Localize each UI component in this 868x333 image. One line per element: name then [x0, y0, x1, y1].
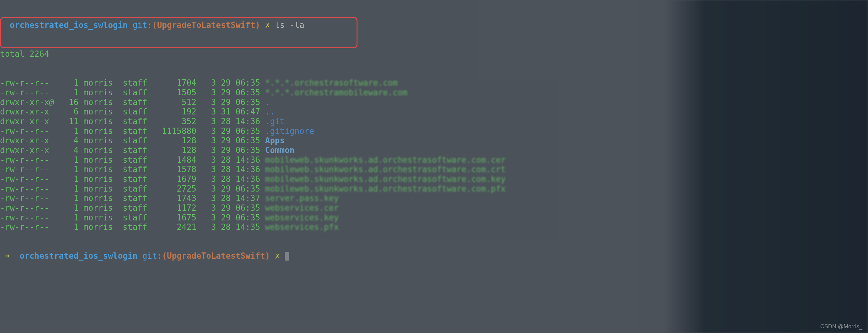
file-name: mobileweb.skunkworks.ad.orchestrasoftwar… — [265, 164, 505, 174]
list-item: drwxr-xr-x 6 morris staff 192 3 31 06:47… — [0, 107, 868, 117]
file-name: webservices.key — [265, 213, 339, 222]
file-name: .gitignore — [265, 126, 314, 136]
file-name: .git — [265, 117, 285, 126]
file-name: server.pass.key — [265, 193, 339, 203]
prompt-dirty-icon-2: ✗ — [275, 251, 280, 261]
prompt-branch: (UpgradeToLatestSwift) — [152, 20, 260, 30]
terminal-output[interactable]: orchestrated_ios_swlogin git:(UpgradeToL… — [0, 0, 868, 271]
file-name: *.*.*.orchestrasoftware.com — [265, 78, 398, 88]
list-item: drwxr-xr-x 11 morris staff 352 3 28 14:3… — [0, 117, 868, 126]
prompt-git-label: git: — [133, 20, 152, 30]
list-item: drwxr-xr-x 4 morris staff 128 3 29 06:35… — [0, 146, 868, 155]
list-item: -rw-r--r-- 1 morris staff 1172 3 29 06:3… — [0, 203, 868, 213]
prompt-dir: orchestrated_ios_swlogin — [10, 20, 128, 30]
prompt-git-label-2: git: — [143, 251, 162, 261]
list-item: -rw-r--r-- 1 morris staff 1484 3 28 14:3… — [0, 155, 868, 165]
list-item: -rw-r--r-- 1 morris staff 1115880 3 29 0… — [0, 126, 868, 136]
file-name: mobileweb.skunkworks.ad.orchestrasoftwar… — [265, 174, 505, 184]
file-name: mobileweb.skunkworks.ad.orchestrasoftwar… — [265, 184, 505, 193]
file-name: *.*.*.orchestramobileware.com — [265, 88, 407, 97]
prompt-dir-2: orchestrated_ios_swlogin — [20, 251, 138, 261]
prompt-dirty-icon: ✗ — [265, 20, 270, 30]
list-item: -rw-r--r-- 1 morris staff 1704 3 29 06:3… — [0, 78, 868, 88]
list-item: -rw-r--r-- 1 morris staff 1505 3 29 06:3… — [0, 88, 868, 97]
watermark-text: CSDN @Morris_ — [820, 323, 862, 330]
file-name: Common — [265, 146, 294, 155]
list-item: -rw-r--r-- 1 morris staff 2421 3 28 14:3… — [0, 222, 868, 232]
file-name: webservices.pfx — [265, 222, 339, 232]
file-name: .. — [265, 107, 275, 116]
file-name: Apps — [265, 136, 285, 145]
list-item: drwxr-xr-x 4 morris staff 128 3 29 06:35… — [0, 136, 868, 146]
prompt-arrow-icon: ➜ — [5, 251, 10, 261]
list-item: -rw-r--r-- 1 morris staff 1675 3 29 06:3… — [0, 213, 868, 223]
total-line: total 2264 — [0, 49, 868, 59]
command-text: ls -la — [275, 20, 305, 30]
prompt-branch-2: (UpgradeToLatestSwift) — [162, 251, 270, 261]
list-item: drwxr-xr-x@ 16 morris staff 512 3 29 06:… — [0, 97, 868, 107]
file-name: . — [265, 97, 270, 107]
list-item: -rw-r--r-- 1 morris staff 2725 3 29 06:3… — [0, 184, 868, 194]
list-item: -rw-r--r-- 1 morris staff 1578 3 28 14:3… — [0, 164, 868, 174]
file-name: mobileweb.skunkworks.ad.orchestrasoftwar… — [265, 155, 505, 164]
list-item: -rw-r--r-- 1 morris staff 1743 3 28 14:3… — [0, 193, 868, 203]
file-listing: -rw-r--r-- 1 morris staff 1704 3 29 06:3… — [0, 78, 868, 232]
list-item: -rw-r--r-- 1 morris staff 1679 3 28 14:3… — [0, 174, 868, 184]
cursor-icon — [285, 252, 289, 261]
prompt-line-2[interactable]: ➜ orchestrated_ios_swlogin git:(UpgradeT… — [0, 251, 868, 261]
prompt-line-1: orchestrated_ios_swlogin git:(UpgradeToL… — [0, 20, 868, 30]
file-name: webservices.cer — [265, 203, 339, 213]
